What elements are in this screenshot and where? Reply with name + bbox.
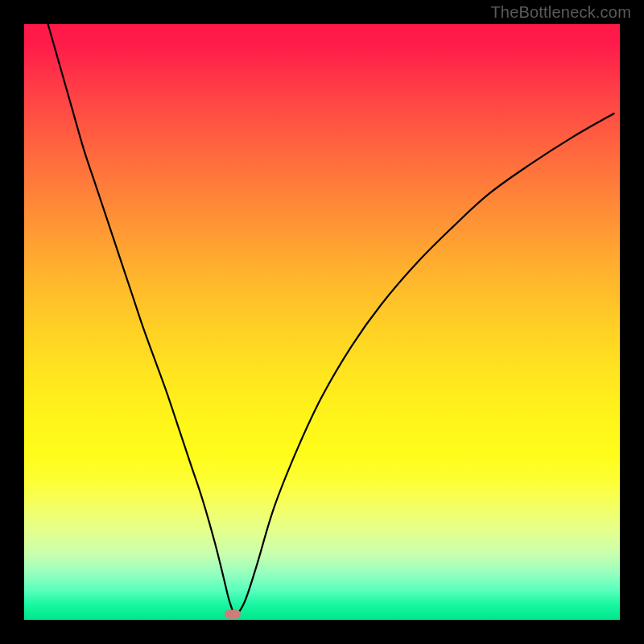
watermark-label: TheBottleneck.com [490, 3, 631, 22]
bottleneck-curve [24, 24, 620, 620]
chart-plot-area [24, 24, 620, 620]
optimum-marker [225, 610, 241, 619]
